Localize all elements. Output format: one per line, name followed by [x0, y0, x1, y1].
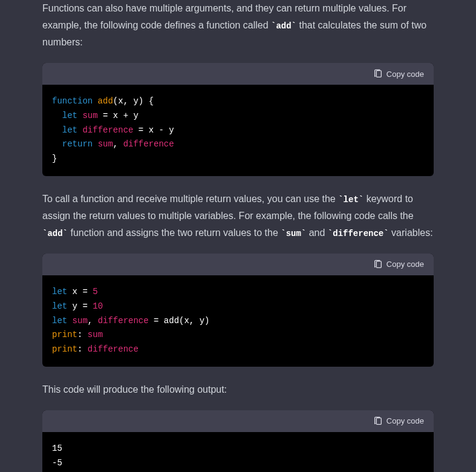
copy-code-button[interactable]: Copy code — [373, 69, 424, 79]
svg-rect-0 — [376, 71, 381, 77]
copy-code-label: Copy code — [386, 416, 424, 425]
text: To call a function and receive multiple … — [42, 194, 338, 204]
paragraph-3: This code will produce the following out… — [42, 381, 434, 398]
text: variables: — [389, 228, 433, 238]
inline-code-difference: `difference` — [328, 229, 389, 238]
copy-code-button[interactable]: Copy code — [373, 260, 424, 269]
inline-code-sum: `sum` — [281, 229, 306, 238]
code-block-3: Copy code 15 -5 — [42, 410, 434, 472]
copy-code-button[interactable]: Copy code — [373, 416, 424, 426]
clipboard-icon — [373, 416, 383, 426]
text: function and assigns the two return valu… — [68, 228, 281, 238]
text: This code will produce the following out… — [42, 384, 227, 395]
inline-code-add: `add` — [271, 21, 296, 31]
clipboard-icon — [373, 69, 383, 79]
copy-code-label: Copy code — [386, 70, 424, 79]
inline-code-add: `add` — [42, 229, 68, 238]
svg-rect-1 — [376, 261, 381, 268]
code-header: Copy code — [42, 254, 434, 275]
code-content: 15 -5 — [42, 432, 434, 472]
text: and — [306, 228, 328, 238]
clipboard-icon — [373, 260, 383, 269]
code-content: let x = 5 let y = 10 let sum, difference… — [42, 275, 434, 367]
code-block-1: Copy code function add(x, y) { let sum =… — [42, 63, 434, 176]
copy-code-label: Copy code — [386, 260, 424, 269]
code-header: Copy code — [42, 63, 434, 85]
code-content: function add(x, y) { let sum = x + y let… — [42, 85, 434, 176]
paragraph-2: To call a function and receive multiple … — [42, 191, 434, 241]
code-block-2: Copy code let x = 5 let y = 10 let sum, … — [42, 254, 434, 367]
svg-rect-2 — [376, 418, 381, 425]
code-header: Copy code — [42, 410, 434, 432]
paragraph-1: Functions can also have multiple argumen… — [42, 0, 434, 51]
inline-code-let: `let` — [338, 195, 364, 205]
